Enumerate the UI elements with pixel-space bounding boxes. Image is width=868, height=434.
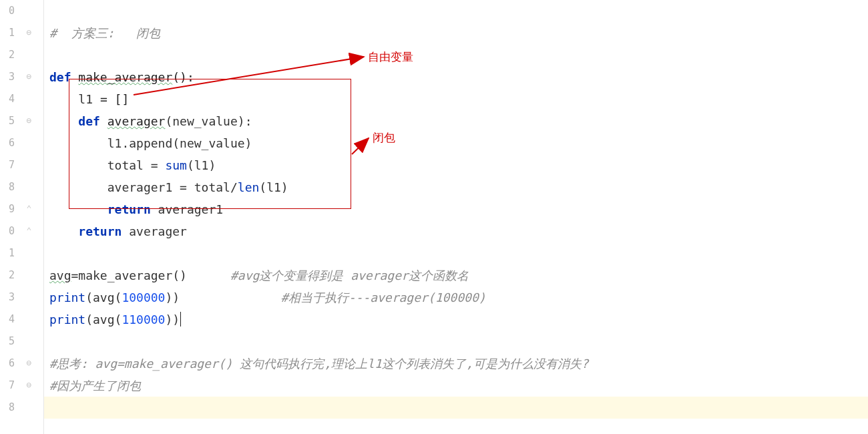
- number-literal: 110000: [122, 312, 165, 327]
- number-literal: 100000: [122, 290, 165, 304]
- keyword-return: return: [107, 202, 151, 216]
- call-args: (l1): [187, 158, 216, 172]
- line-number: 3: [0, 66, 15, 88]
- var-name: avg: [49, 268, 71, 282]
- code-line[interactable]: def averager(new_value):: [49, 110, 868, 132]
- keyword-return: return: [78, 224, 122, 238]
- var-name: l1: [78, 92, 93, 106]
- code-line[interactable]: [49, 242, 868, 264]
- code-line[interactable]: l1 = []: [49, 88, 868, 110]
- var-name: l1: [107, 136, 122, 150]
- param-name: new_value: [172, 114, 238, 128]
- fold-gutter: ⊖ ⊖ ⊖ ⌃ ⌃ ⊖ ⊖: [15, 0, 44, 434]
- line-number: 7: [0, 375, 15, 397]
- call-close: )): [165, 290, 180, 304]
- comment-text: #因为产生了闭包: [49, 379, 141, 393]
- code-editor[interactable]: 0 1 2 3 4 5 6 7 8 9 0 1 2 3 4 5 6 7 8 ⊖ …: [0, 0, 868, 434]
- code-line[interactable]: l1.append(new_value): [49, 132, 868, 154]
- line-number: 7: [0, 154, 15, 176]
- line-number: 2: [0, 44, 15, 66]
- line-number: 6: [0, 132, 15, 154]
- fold-end-icon[interactable]: ⌃: [25, 226, 33, 235]
- fold-collapse-icon[interactable]: ⊖: [25, 381, 33, 389]
- line-number: 9: [0, 198, 15, 220]
- function-name: make_averager: [78, 70, 172, 84]
- line-number-gutter: 0 1 2 3 4 5 6 7 8 9 0 1 2 3 4 5 6 7 8: [0, 0, 15, 434]
- call-open: (avg(: [85, 290, 122, 304]
- text-caret: [180, 312, 181, 327]
- code-line[interactable]: #思考: avg=make_averager() 这句代码执行完,理论上l1这个…: [49, 353, 868, 375]
- code-line[interactable]: [49, 44, 868, 66]
- return-value: averager: [122, 224, 187, 238]
- code-line[interactable]: return averager1: [49, 198, 868, 220]
- line-number: 5: [0, 331, 15, 353]
- operator: = []: [93, 92, 129, 106]
- line-number: 4: [0, 308, 15, 331]
- call-args: (l1): [259, 180, 288, 194]
- var-name: averager1: [107, 180, 173, 194]
- fold-collapse-icon[interactable]: ⊖: [25, 28, 33, 37]
- builtin-len: len: [238, 180, 260, 194]
- code-line[interactable]: #因为产生了闭包: [49, 375, 868, 397]
- builtin-print: print: [49, 290, 85, 304]
- line-number: 1: [0, 242, 15, 264]
- method-call: .append(new_value): [122, 136, 252, 150]
- code-line[interactable]: total = sum(l1): [49, 154, 868, 176]
- line-number: 6: [0, 353, 15, 375]
- line-number: 5: [0, 110, 15, 132]
- fold-collapse-icon[interactable]: ⊖: [25, 359, 33, 367]
- line-number: 8: [0, 397, 15, 419]
- operator: =: [71, 268, 79, 282]
- parens: ():: [172, 70, 194, 84]
- code-line[interactable]: # 方案三: 闭包: [49, 22, 868, 44]
- call-close: )): [165, 312, 180, 327]
- builtin-sum: sum: [165, 158, 187, 172]
- line-number: 2: [0, 264, 15, 286]
- code-line[interactable]: def make_averager():: [49, 66, 868, 88]
- code-line[interactable]: print(avg(100000)) #相当于执行---averager(100…: [49, 286, 868, 308]
- comment-text: #相当于执行---averager(100000): [281, 290, 486, 304]
- fold-end-icon[interactable]: ⌃: [25, 204, 33, 213]
- comment-text: #avg这个变量得到是 averager这个函数名: [230, 268, 469, 282]
- code-area[interactable]: # 方案三: 闭包 def make_averager(): l1 = [] d…: [44, 0, 868, 434]
- var-name: total: [107, 158, 144, 172]
- code-line[interactable]: avg=make_averager() #avg这个变量得到是 averager…: [49, 264, 868, 286]
- keyword-def: def: [49, 70, 71, 84]
- code-line[interactable]: [49, 0, 868, 22]
- code-line[interactable]: averager1 = total/len(l1): [49, 176, 868, 198]
- code-line[interactable]: return averager: [49, 220, 868, 242]
- keyword-def: def: [78, 114, 100, 128]
- operator: = total/: [172, 180, 238, 194]
- return-value: averager1: [151, 202, 223, 216]
- line-number: 0: [0, 0, 15, 22]
- line-number: 8: [0, 176, 15, 198]
- code-line[interactable]: print(avg(110000)): [49, 308, 868, 331]
- builtin-print: print: [49, 312, 85, 327]
- function-name: averager: [107, 114, 166, 128]
- operator: =: [144, 158, 166, 172]
- fold-collapse-icon[interactable]: ⊖: [25, 72, 33, 81]
- comment-text: # 方案三: 闭包: [49, 26, 160, 40]
- function-call: make_averager(): [78, 268, 187, 282]
- line-number: 4: [0, 88, 15, 110]
- code-line[interactable]: [49, 331, 868, 353]
- comment-text: #思考: avg=make_averager() 这句代码执行完,理论上l1这个…: [49, 357, 588, 371]
- line-number: 0: [0, 220, 15, 242]
- fold-collapse-icon[interactable]: ⊖: [25, 116, 33, 125]
- code-line[interactable]: [49, 397, 868, 419]
- line-number: 1: [0, 22, 15, 44]
- line-number: 3: [0, 286, 15, 308]
- call-open: (avg(: [85, 312, 122, 327]
